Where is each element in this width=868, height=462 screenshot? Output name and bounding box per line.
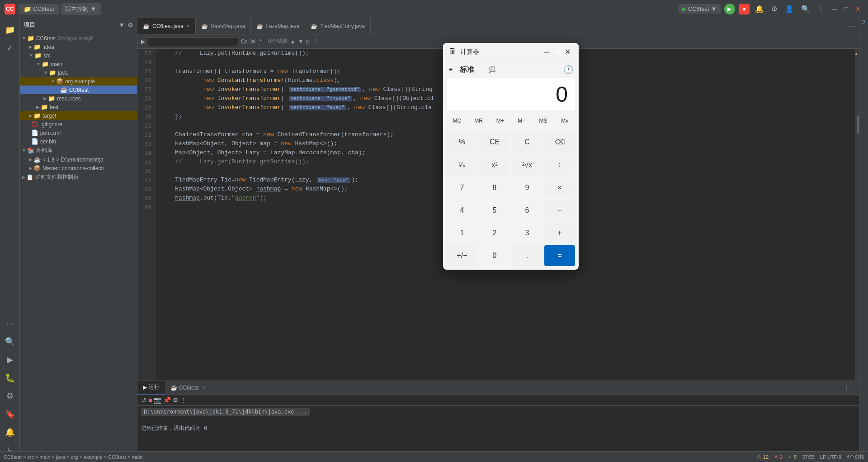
bottom-minimize-icon[interactable]: − [852, 384, 855, 391]
settings-run-icon[interactable]: ⚙ [173, 396, 179, 404]
user-icon[interactable]: 👤 [783, 3, 796, 15]
tab-lazymap[interactable]: ☕ LazyMap.java [251, 18, 305, 34]
calc-negate-button[interactable]: +/− [447, 245, 477, 266]
expand-search-icon[interactable]: ▶ [141, 38, 145, 45]
search-input[interactable] [148, 37, 238, 46]
bottom-more-icon[interactable]: ⋮ [844, 384, 850, 391]
settings-sidebar-icon[interactable]: ⚙ [2, 388, 18, 404]
calc-mminus-button[interactable]: M− [511, 114, 532, 128]
prev-result-icon[interactable]: ▲ [290, 38, 296, 45]
tree-item-serbin[interactable]: 📄 ser.bin [20, 137, 137, 146]
calc-history-icon[interactable]: 🕐 [563, 65, 573, 75]
calc-sqrt-button[interactable]: ²√x [512, 154, 542, 176]
tree-item-java[interactable]: ▼ 📁 java [20, 68, 137, 77]
tree-item-jdk18[interactable]: ▶ ☕ < 1.8 > D:\environment\ja [20, 155, 137, 164]
calc-multiply-button[interactable]: × [544, 177, 575, 198]
calc-0-button[interactable]: 0 [479, 245, 510, 266]
match-case-icon[interactable]: Cc [241, 38, 248, 45]
bottom-tab-runconfig[interactable]: ☕ CC6test ✕ [165, 381, 211, 395]
run-close-icon[interactable]: ✕ [202, 385, 206, 390]
stop-run-icon[interactable]: ■ [148, 396, 152, 404]
calc-7-button[interactable]: 7 [447, 177, 477, 198]
notification-side-icon[interactable]: m [861, 20, 866, 24]
pin-icon[interactable]: 📌 [163, 396, 171, 404]
calc-minus-button[interactable]: − [544, 200, 575, 221]
calc-3-button[interactable]: 3 [512, 223, 542, 243]
calc-mr-button[interactable]: MR [468, 114, 489, 128]
project-sidebar-icon[interactable]: 📁 [2, 22, 18, 38]
maximize-button[interactable]: □ [842, 5, 851, 14]
tree-item-test[interactable]: ▶ 📁 test [20, 103, 137, 111]
tree-item-src[interactable]: ▼ 📁 src [20, 51, 137, 60]
tree-item-ext-libs[interactable]: ▼ 📚 外部库 [20, 146, 137, 155]
find-icon[interactable]: 🔍 [2, 333, 18, 350]
status-errors[interactable]: ✕ 2 [774, 454, 783, 460]
tab-tiedmapentry[interactable]: ☕ TiedMapEntry.java [305, 18, 371, 34]
editor-scrollbar[interactable] [855, 49, 859, 381]
tree-item-gitignore[interactable]: 🚫 .gitignore [20, 120, 137, 129]
tabs-more-button[interactable]: ⋯ [844, 22, 859, 30]
sidebar-more-icon[interactable]: ⚙ [127, 21, 133, 29]
notification-bell-icon[interactable]: 🔔 [753, 3, 766, 15]
tree-item-org-example[interactable]: ▼ 📦 org.example [20, 77, 137, 86]
regex-icon[interactable]: .* [258, 38, 262, 45]
settings-gear-icon[interactable]: ⚙ [769, 3, 779, 15]
next-result-icon[interactable]: ▼ [298, 38, 304, 45]
calc-mv-button[interactable]: Mv [554, 114, 575, 128]
minimize-button[interactable]: ─ [830, 5, 840, 14]
tree-item-temp-console[interactable]: ▶ 📋 临时文件和控制台 [20, 172, 137, 182]
tab-cc6test[interactable]: ☕ CC6test.java ✕ [137, 18, 196, 34]
tree-item-cc6test-file[interactable]: ☕ CC6test [20, 86, 137, 94]
calc-mplus-button[interactable]: M+ [490, 114, 510, 128]
calc-square-button[interactable]: x² [479, 154, 510, 176]
calc-percent-button[interactable]: % [447, 131, 477, 152]
close-button[interactable]: ✕ [853, 5, 863, 14]
calc-mc-button[interactable]: MC [447, 114, 467, 128]
status-ok[interactable]: ✓ 5 [788, 454, 797, 460]
calc-dot-button[interactable]: . [512, 245, 542, 266]
vcs-menu-btn[interactable]: 版本控制 ▼ [61, 3, 101, 15]
run-config[interactable]: ▶ CC6test ▼ [679, 4, 721, 14]
calc-5-button[interactable]: 5 [479, 200, 510, 221]
tree-item-maven-commons[interactable]: ▶ 📦 Maven: commons-collecti [20, 164, 137, 172]
tab-hashmap[interactable]: ☕ HashMap.java [196, 18, 251, 34]
tree-item-main[interactable]: ▼ 📁 main [20, 60, 137, 68]
status-warnings[interactable]: ⚠ 12 [757, 454, 769, 460]
calc-9-button[interactable]: 9 [512, 177, 542, 198]
calc-reciprocal-button[interactable]: ¹∕ₓ [447, 154, 477, 176]
calc-backspace-button[interactable]: ⌫ [544, 131, 575, 152]
tree-item-idea[interactable]: ▶ 📁 .idea [20, 43, 137, 51]
rerun-icon[interactable]: ↺ [141, 396, 146, 404]
more-search-options-icon[interactable]: ⋮ [313, 38, 319, 45]
commit-icon[interactable]: ✓ [2, 40, 18, 56]
tree-item-resources[interactable]: ▶ 📁 resources [20, 94, 137, 103]
calc-2-button[interactable]: 2 [479, 223, 510, 243]
calc-8-button[interactable]: 8 [479, 177, 510, 198]
tree-item-pom[interactable]: 📄 pom.xml [20, 129, 137, 137]
calc-6-button[interactable]: 6 [512, 200, 542, 221]
search-icon[interactable]: 🔍 [799, 3, 812, 15]
more-vert-icon[interactable]: ⋮ [816, 3, 826, 15]
debug-icon[interactable]: 🐛 [2, 370, 18, 386]
calc-menu-icon[interactable]: ≡ [448, 66, 453, 74]
project-menu-btn[interactable]: 📁 CC6test [19, 4, 59, 14]
stop-button[interactable]: ■ [739, 4, 750, 14]
calc-mode-standard[interactable]: 标准 [460, 65, 474, 75]
whole-word-icon[interactable]: W [250, 38, 255, 45]
calc-c-button[interactable]: C [512, 131, 542, 152]
calc-plus-button[interactable]: + [544, 223, 575, 243]
filter-results-icon[interactable]: ⊟ [306, 38, 311, 45]
bookmarks-icon[interactable]: 🔖 [2, 406, 18, 422]
calc-4-button[interactable]: 4 [447, 200, 477, 221]
calc-equals-button[interactable]: = [544, 245, 575, 266]
calc-divide-button[interactable]: ÷ [544, 154, 575, 176]
scroll-thumb[interactable] [857, 115, 859, 133]
calc-1-button[interactable]: 1 [447, 223, 477, 243]
calc-minimize-button[interactable]: ─ [542, 47, 552, 57]
calc-ms-button[interactable]: MS [533, 114, 554, 128]
run-button[interactable]: ▶ [724, 4, 735, 14]
notifications-icon[interactable]: 🔔 [2, 424, 18, 440]
sidebar-collapse-icon[interactable]: ▼ [118, 21, 125, 29]
tab-close-icon[interactable]: ✕ [186, 24, 190, 29]
calc-ce-button[interactable]: CE [479, 131, 510, 152]
